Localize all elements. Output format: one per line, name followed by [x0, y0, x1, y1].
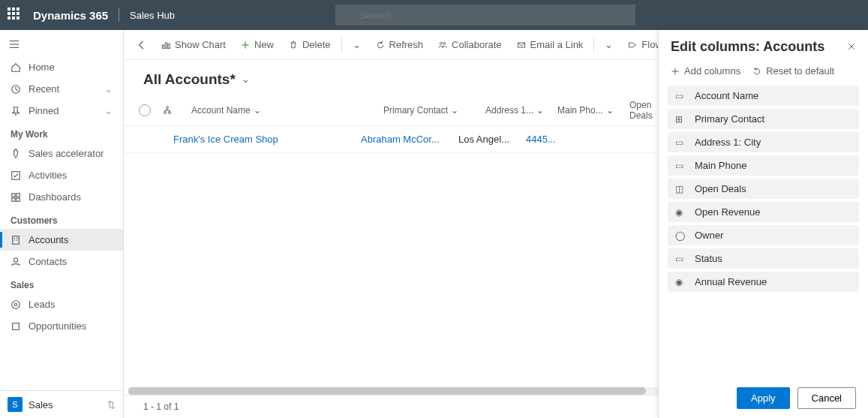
chevron-down-icon: ⌄	[451, 105, 458, 116]
chevron-down-icon: ⌄	[353, 39, 361, 50]
search-box[interactable]	[335, 5, 635, 26]
hierarchy-icon[interactable]	[163, 106, 172, 115]
cancel-button[interactable]: Cancel	[797, 387, 856, 409]
sidebar-item-dashboards[interactable]: Dashboards	[0, 186, 123, 208]
column-item-label: Account Name	[695, 90, 758, 101]
trash-icon	[289, 41, 298, 50]
svg-point-0	[344, 11, 351, 18]
sidebar-collapse-button[interactable]	[0, 35, 123, 56]
column-item-label: Annual Revenue	[695, 276, 767, 287]
svg-rect-10	[17, 197, 20, 200]
close-button[interactable]	[847, 41, 856, 53]
sidebar-section-sales: Sales	[0, 272, 123, 293]
refresh-icon	[376, 41, 385, 50]
column-header-account-name[interactable]: Account Name ⌄	[191, 105, 379, 116]
column-header-main-phone[interactable]: Main Pho... ⌄	[557, 105, 625, 116]
cmd-delete[interactable]: Delete	[283, 36, 337, 53]
sidebar-item-label: Dashboards	[29, 191, 81, 203]
cmd-delete-dropdown[interactable]: ⌄	[347, 36, 367, 53]
column-item[interactable]: ◉Annual Revenue	[668, 272, 859, 292]
sidebar-section-my-work: My Work	[0, 122, 123, 143]
column-item[interactable]: ◫Open Deals	[668, 179, 859, 199]
area-switcher[interactable]: S Sales ⇅	[0, 390, 123, 418]
column-list: ▭Account Name⊞Primary Contact▭Address 1:…	[659, 86, 868, 378]
col-label: Address 1...	[485, 105, 533, 116]
sidebar-item-label: Contacts	[29, 256, 67, 267]
sidebar-item-pinned[interactable]: Pinned ⌄	[0, 100, 123, 122]
svg-rect-7	[12, 193, 15, 196]
cmd-email-link[interactable]: Email a Link	[511, 36, 590, 53]
view-title[interactable]: All Accounts*	[143, 71, 236, 88]
svg-rect-21	[165, 43, 167, 49]
reset-button[interactable]: Reset to default	[752, 65, 834, 77]
chevron-down-icon[interactable]: ⌄	[242, 74, 250, 85]
flow-icon	[628, 41, 637, 50]
chevron-down-icon: ⌄	[536, 105, 544, 116]
arrow-left-icon	[137, 40, 147, 50]
cmd-email-dropdown[interactable]: ⌄	[599, 36, 619, 53]
column-header-primary-contact[interactable]: Primary Contact ⌄	[383, 105, 481, 116]
field-type-icon: ▭	[675, 161, 687, 171]
cell-primary-contact[interactable]: Abraham McCor...	[361, 134, 458, 145]
cell-main-phone[interactable]: 4445...	[526, 134, 593, 145]
cmd-new[interactable]: New	[235, 36, 280, 53]
column-item-label: Address 1: City	[695, 137, 761, 148]
chevron-down-icon: ⌄	[605, 39, 613, 50]
cmd-show-chart[interactable]: Show Chart	[155, 36, 232, 53]
column-item[interactable]: ▭Status	[668, 248, 859, 269]
sidebar-item-opportunities[interactable]: Opportunities	[0, 315, 123, 337]
edit-columns-panel: Edit columns: Accounts Add columns Reset…	[658, 30, 868, 418]
column-item-label: Primary Contact	[695, 113, 764, 125]
sidebar: Home Recent ⌄ Pinned ⌄ My Work Sales acc…	[0, 30, 124, 418]
separator	[593, 38, 594, 53]
sidebar-item-accounts[interactable]: Accounts	[0, 229, 123, 251]
app-launcher-icon[interactable]	[8, 8, 23, 23]
column-item[interactable]: ◯Owner	[668, 225, 859, 245]
column-item[interactable]: ▭Main Phone	[668, 155, 859, 176]
svg-rect-8	[17, 193, 20, 196]
column-item[interactable]: ▭Account Name	[668, 86, 859, 106]
sidebar-item-label: Sales accelerator	[29, 148, 104, 159]
sidebar-item-label: Accounts	[29, 234, 68, 245]
column-item[interactable]: ◉Open Revenue	[668, 202, 859, 222]
pin-icon	[11, 106, 21, 116]
target-icon	[11, 299, 21, 310]
sidebar-item-recent[interactable]: Recent ⌄	[0, 78, 123, 100]
select-all-checkbox[interactable]	[139, 104, 151, 116]
svg-point-18	[14, 303, 17, 306]
sidebar-item-activities[interactable]: Activities	[0, 164, 123, 186]
sidebar-item-home[interactable]: Home	[0, 56, 123, 78]
panel-actions: Add columns Reset to default	[659, 61, 868, 86]
separator	[341, 38, 342, 53]
svg-point-31	[167, 107, 169, 109]
apply-button[interactable]: Apply	[737, 387, 790, 409]
svg-line-1	[350, 17, 353, 20]
cmd-refresh[interactable]: Refresh	[370, 36, 430, 53]
divider	[119, 8, 119, 22]
column-header-address[interactable]: Address 1... ⌄	[485, 105, 553, 116]
sidebar-item-leads[interactable]: Leads	[0, 293, 123, 315]
svg-point-26	[443, 42, 446, 44]
sidebar-item-contacts[interactable]: Contacts	[0, 251, 123, 272]
scrollbar-thumb[interactable]	[128, 387, 646, 395]
sidebar-item-sales-accelerator[interactable]: Sales accelerator	[0, 143, 123, 164]
col-label: Primary Contact	[383, 105, 448, 116]
column-item[interactable]: ⊞Primary Contact	[668, 109, 859, 129]
checklist-icon	[11, 170, 21, 181]
chevron-down-icon: ⌄	[606, 105, 614, 116]
svg-point-16	[14, 257, 17, 261]
cmd-label: Delete	[302, 39, 331, 50]
column-item[interactable]: ▭Address 1: City	[668, 132, 859, 152]
search-input[interactable]	[359, 10, 628, 21]
close-icon	[847, 42, 856, 51]
add-columns-button[interactable]: Add columns	[671, 65, 740, 77]
back-button[interactable]	[131, 35, 152, 56]
plus-icon	[241, 41, 250, 50]
area-label: Sales	[29, 399, 53, 410]
svg-point-32	[164, 112, 167, 114]
sidebar-item-label: Opportunities	[29, 320, 86, 332]
cmd-collaborate[interactable]: Collaborate	[432, 36, 508, 53]
btn-label: Add columns	[684, 65, 740, 77]
cell-account-name[interactable]: Frank's Ice Cream Shop	[173, 134, 361, 145]
hub-name[interactable]: Sales Hub	[130, 10, 175, 21]
